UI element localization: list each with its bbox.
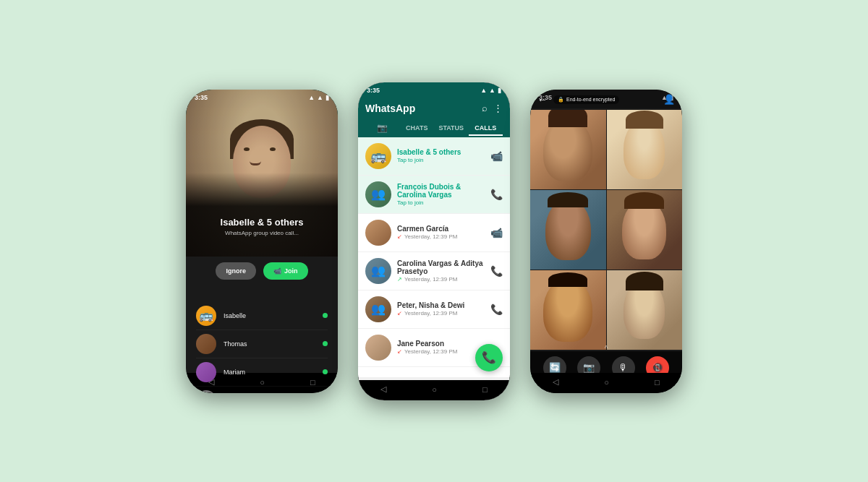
video-person-4 — [607, 190, 683, 270]
app-title: WhatsApp — [365, 103, 415, 114]
avatar — [365, 335, 391, 361]
signal-icon: ▲ — [308, 94, 315, 101]
video-person-3 — [530, 190, 606, 270]
video-cell-3 — [530, 190, 606, 270]
missed-arrow: ↙ — [397, 233, 402, 240]
avatar: 🚌 — [196, 306, 216, 326]
call-subtitle: ↗ Yesterday, 12:39 PM — [397, 276, 490, 283]
back-nav-icon[interactable]: ◁ — [380, 384, 386, 394]
video-cell-2 — [607, 110, 683, 189]
join-button[interactable]: 📹 Join — [263, 262, 308, 280]
whatsapp-header: WhatsApp ⌕ ⋮ 📷 CHATS STATUS CALLS — [358, 97, 510, 137]
signal-icon: ▲ — [480, 87, 487, 94]
call-info: Peter, Nisha & Dewi ↙ Yesterday, 12:39 P… — [397, 301, 490, 317]
calls-list: 🚌 Isabelle & 5 others Tap to join 📹 👥 Fr… — [358, 137, 510, 377]
phone-nav-center: ◁ ○ □ — [358, 380, 510, 400]
back-button[interactable]: ← — [537, 94, 548, 106]
end-call-icon: 📵 — [652, 362, 663, 373]
avatar — [196, 334, 216, 354]
lock-icon: 🔒 — [558, 97, 564, 103]
phone-call-icon[interactable]: 📞 — [490, 189, 503, 200]
battery-icon: ▮ — [326, 94, 329, 101]
wifi-icon: ▲ — [317, 94, 323, 101]
call-info: Carolina Vargas & Aditya Prasetyo ↗ Yest… — [397, 259, 490, 283]
list-item: Thomas — [196, 330, 328, 358]
phone-nav-right: ◁ ○ □ — [530, 373, 682, 393]
missed-arrow: ↙ — [397, 348, 402, 355]
avatar — [365, 220, 391, 246]
call-subtitle: ↙ Yesterday, 12:39 PM — [397, 233, 490, 240]
call-info: Isabelle & 5 others WhatsApp group video… — [186, 217, 338, 236]
avatar: 👥 — [365, 296, 391, 322]
phone-call-icon[interactable]: 📞 — [490, 304, 503, 315]
tab-calls[interactable]: CALLS — [469, 119, 503, 136]
call-group-name: Isabelle & 5 others — [186, 217, 338, 228]
missed-arrow: ↙ — [397, 310, 402, 317]
home-nav-icon[interactable]: ○ — [604, 378, 609, 387]
participants-list: 🚌 Isabelle Thomas Mariam François ••• — [186, 302, 338, 393]
video-icon: 📹 — [273, 267, 281, 275]
ignore-button[interactable]: Ignore — [216, 262, 256, 280]
video-cell-6 — [607, 270, 683, 350]
call-subtitle: Tap to join — [397, 157, 490, 163]
list-item: Mariam — [196, 358, 328, 387]
video-person-2 — [607, 110, 683, 189]
tab-chats[interactable]: CHATS — [400, 119, 435, 136]
encrypted-text: End-to-end encrypted — [566, 97, 615, 102]
video-grid — [530, 110, 682, 350]
add-call-icon: 📞 — [482, 350, 496, 364]
list-item[interactable]: 👥 Peter, Nisha & Dewi ↙ Yesterday, 12:39… — [358, 291, 510, 329]
more-menu-icon[interactable]: ⋮ — [493, 103, 503, 113]
call-subtitle: Tap to join — [397, 199, 490, 206]
participant-name: Thomas — [224, 340, 323, 348]
list-item[interactable]: 👥 François Dubois & Carolina Vargas Tap … — [358, 176, 510, 214]
video-cell-4 — [607, 190, 683, 270]
video-person-5 — [530, 270, 606, 350]
call-contact-name: Carolina Vargas & Aditya Prasetyo — [397, 259, 490, 275]
list-item: 🚌 Isabelle — [196, 302, 328, 330]
phone-call-icon[interactable]: 📞 — [490, 265, 503, 277]
list-item[interactable]: 👥 Carolina Vargas & Aditya Prasetyo ↗ Ye… — [358, 252, 510, 291]
participant-name: Isabelle — [224, 312, 323, 319]
new-call-fab[interactable]: 📞 — [475, 344, 503, 371]
call-subtitle: ↙ Yesterday, 12:39 PM — [397, 310, 490, 317]
home-nav-icon[interactable]: ○ — [432, 385, 437, 394]
tab-camera[interactable]: 📷 — [365, 117, 400, 137]
tab-status[interactable]: STATUS — [434, 119, 469, 136]
call-info: François Dubois & Carolina Vargas Tap to… — [397, 183, 490, 206]
recent-nav-icon[interactable]: □ — [655, 378, 660, 387]
recent-nav-icon[interactable]: □ — [482, 385, 488, 394]
avatar: 👥 — [365, 181, 391, 207]
signal-icons-center: ▲ ▲ ▮ — [480, 87, 501, 94]
encryption-badge: 🔒 End-to-end encrypted — [553, 95, 619, 104]
status-bar-center: 3:35 ▲ ▲ ▮ — [358, 82, 510, 97]
call-info: Isabelle & 5 others Tap to join — [397, 148, 490, 163]
online-indicator — [323, 369, 328, 374]
call-subtitle: WhatsApp group video call... — [186, 230, 338, 236]
video-off-icon: 📷 — [583, 362, 595, 373]
participant-name: Mariam — [224, 369, 323, 376]
tab-bar: 📷 CHATS STATUS CALLS — [365, 117, 503, 137]
call-contact-name: Isabelle & 5 others — [397, 148, 490, 156]
video-call-icon[interactable]: 📹 — [490, 150, 503, 162]
call-gradient-overlay — [186, 173, 338, 257]
back-nav-icon[interactable]: ◁ — [553, 377, 558, 387]
mic-off-icon: 🎙 — [618, 362, 628, 373]
add-participant-button[interactable]: 👤 — [663, 94, 675, 105]
video-person-6 — [607, 270, 683, 350]
video-call-icon[interactable]: 📹 — [490, 227, 503, 238]
video-cell-1 — [530, 110, 606, 189]
list-item[interactable]: Carmen García ↙ Yesterday, 12:39 PM 📹 — [358, 214, 510, 252]
phone-right: 3:35 ▲ ▮ ← 🔒 End-to-end encrypted 👤 — [530, 90, 682, 393]
video-cell-5 — [530, 270, 606, 350]
header-icons: ⌕ ⋮ — [482, 103, 503, 113]
search-icon[interactable]: ⌕ — [482, 103, 488, 113]
online-indicator — [323, 313, 328, 318]
outgoing-arrow: ↗ — [397, 276, 402, 283]
list-item: François ••• — [196, 387, 328, 393]
header-title-bar: WhatsApp ⌕ ⋮ — [365, 97, 503, 117]
call-contact-name: François Dubois & Carolina Vargas — [397, 183, 490, 199]
list-item[interactable]: 🚌 Isabelle & 5 others Tap to join 📹 — [358, 137, 510, 176]
time-center: 3:35 — [367, 87, 380, 94]
camera-flip-icon: 🔄 — [549, 362, 561, 373]
